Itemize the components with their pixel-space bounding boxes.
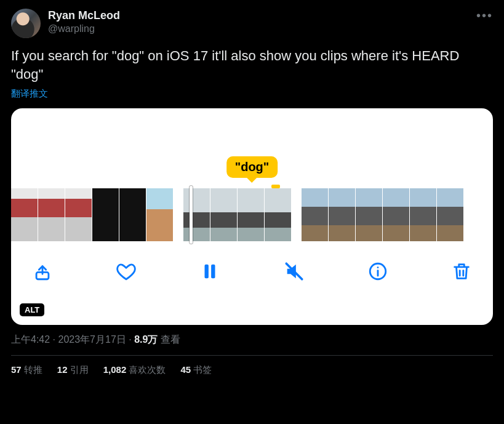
- info-icon[interactable]: [367, 261, 388, 282]
- stat-count: 12: [57, 364, 68, 375]
- thumbnail: [119, 188, 146, 241]
- author-names: Ryan McLeod @warpling: [48, 9, 120, 35]
- stat-label: 转推: [22, 364, 42, 375]
- meta-sep: ·: [50, 334, 58, 345]
- thumbnail: [410, 188, 437, 241]
- author-display-name[interactable]: Ryan McLeod: [48, 9, 120, 23]
- alt-badge[interactable]: ALT: [20, 303, 44, 316]
- thumbnail: [383, 188, 410, 241]
- meta-date[interactable]: 2023年7月17日: [58, 334, 126, 345]
- stat-likes[interactable]: 1,082 喜欢次数: [103, 364, 166, 376]
- heart-icon[interactable]: [116, 261, 137, 282]
- meta-views-label: 查看: [158, 334, 180, 345]
- svg-point-6: [377, 267, 378, 269]
- thumbnail: [65, 188, 92, 241]
- stat-count: 45: [180, 364, 191, 375]
- speaker-muted-icon[interactable]: [284, 261, 305, 282]
- media-top-space: [11, 108, 493, 156]
- stat-label: 引用: [68, 364, 89, 375]
- stat-label: 书签: [191, 364, 212, 375]
- media-attachment[interactable]: "dog": [11, 108, 493, 325]
- stat-bookmarks[interactable]: 45 书签: [180, 364, 212, 376]
- thumbnail: [146, 188, 174, 241]
- share-icon[interactable]: [32, 261, 53, 282]
- tweet-text: If you search for "dog" on iOS 17 it'll …: [11, 47, 493, 83]
- thumbnail: [329, 188, 356, 241]
- thumbnail: [38, 188, 65, 241]
- thumbnail: [437, 188, 464, 241]
- thumbnail: [302, 188, 329, 241]
- clip-group-3[interactable]: [302, 188, 464, 241]
- tweet-meta: 上午4:42 · 2023年7月17日 · 8.9万 查看: [11, 334, 493, 346]
- clip-group-2[interactable]: [183, 188, 292, 241]
- divider: [11, 355, 493, 356]
- stat-count: 57: [11, 364, 22, 375]
- playhead[interactable]: [190, 186, 193, 244]
- meta-sep: ·: [126, 334, 134, 345]
- thumbnail: [210, 188, 238, 241]
- media-toolbar: [11, 244, 493, 282]
- translate-link[interactable]: 翻译推文: [11, 88, 493, 100]
- pause-icon[interactable]: [199, 261, 220, 282]
- tweet-stats: 57 转推 12 引用 1,082 喜欢次数 45 书签: [11, 364, 493, 376]
- stat-label: 喜欢次数: [126, 364, 166, 375]
- thumbnail: [265, 188, 292, 241]
- meta-views-count[interactable]: 8.9万: [134, 334, 158, 345]
- meta-time[interactable]: 上午4:42: [11, 334, 50, 345]
- stat-retweets[interactable]: 57 转推: [11, 364, 42, 376]
- tweet: ••• Ryan McLeod @warpling If you search …: [11, 9, 493, 376]
- thumbnail: [356, 188, 383, 241]
- more-menu-button[interactable]: •••: [476, 9, 493, 23]
- tweet-header: Ryan McLeod @warpling: [11, 9, 493, 38]
- video-scrubber[interactable]: [11, 186, 493, 244]
- avatar[interactable]: [11, 9, 41, 38]
- clip-group-1[interactable]: [11, 188, 174, 241]
- caption-bubble: "dog": [226, 156, 278, 178]
- svg-rect-1: [205, 265, 209, 279]
- caption-row: "dog": [11, 156, 493, 186]
- thumbnail: [183, 188, 210, 241]
- stat-quotes[interactable]: 12 引用: [57, 364, 89, 376]
- trash-icon[interactable]: [451, 261, 472, 282]
- thumbnail: [238, 188, 265, 241]
- stat-count: 1,082: [103, 364, 127, 375]
- thumbnail: [11, 188, 38, 241]
- author-handle[interactable]: @warpling: [48, 23, 120, 35]
- svg-rect-2: [212, 265, 215, 279]
- thumbnail: [92, 188, 119, 241]
